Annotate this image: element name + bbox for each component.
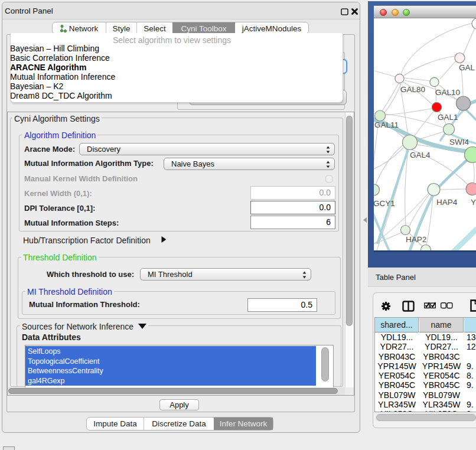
svg-text:GAL80: GAL80 [400, 85, 425, 94]
svg-text:Y: Y [471, 198, 476, 207]
svg-text:GAL10: GAL10 [435, 88, 460, 97]
svg-text:HAP2: HAP2 [406, 235, 426, 244]
svg-text:HAP4: HAP4 [436, 198, 458, 207]
svg-text:GAL4: GAL4 [410, 151, 431, 159]
svg-text:SWI4: SWI4 [449, 138, 469, 146]
svg-text:GAL1: GAL1 [438, 113, 458, 122]
svg-text:GAL11: GAL11 [374, 120, 399, 129]
svg-text:GAL: GAL [459, 63, 475, 72]
svg-text:GCY1: GCY1 [374, 199, 395, 208]
